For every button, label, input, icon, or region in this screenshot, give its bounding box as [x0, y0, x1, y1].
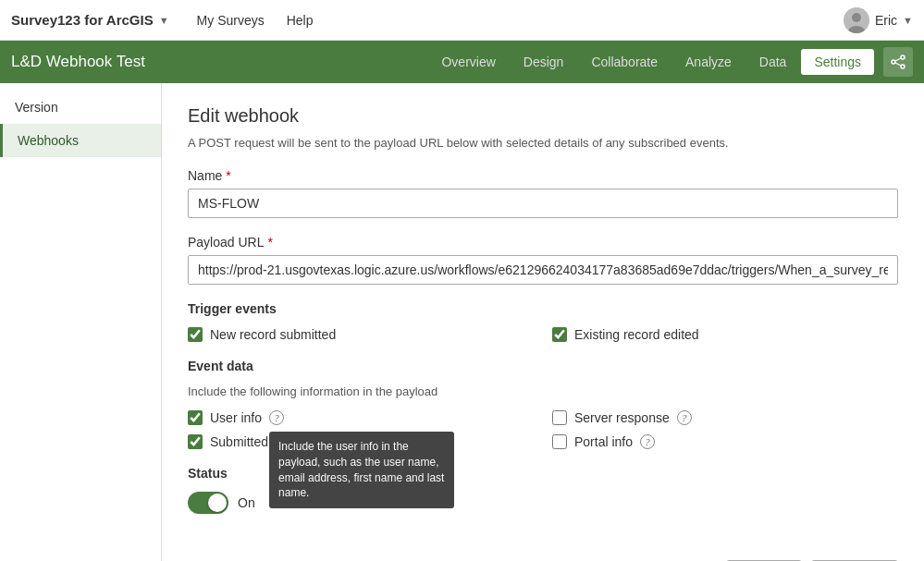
checkbox-server-response[interactable]: Server response ? [552, 409, 898, 425]
tab-settings[interactable]: Settings [801, 49, 874, 75]
user-chevron-icon: ▼ [903, 15, 913, 26]
main-layout: Version Webhooks Edit webhook A POST req… [0, 83, 924, 561]
toggle-knob [208, 494, 227, 512]
checkbox-portal-info[interactable]: Portal info ? [552, 434, 898, 449]
logo-chevron-icon: ▼ [159, 15, 169, 26]
user-info-help-icon[interactable]: ? [269, 410, 284, 425]
name-input[interactable] [188, 189, 898, 218]
status-section: Status On [188, 466, 898, 514]
checkbox-user-info[interactable]: User info ? Include the user info in the… [188, 409, 534, 425]
survey-nav-links: Overview Design Collaborate Analyze Data… [428, 47, 913, 77]
toggle-container: On [188, 492, 898, 514]
event-data-desc: Include the following information in the… [188, 384, 898, 398]
sidebar: Version Webhooks [0, 83, 162, 561]
checkbox-portal-info-input[interactable] [552, 434, 567, 449]
checkbox-new-record-input[interactable] [188, 327, 203, 342]
tab-data[interactable]: Data [746, 49, 800, 75]
nav-link-help[interactable]: Help [277, 9, 323, 31]
portal-info-help-icon[interactable]: ? [640, 434, 655, 449]
tab-collaborate[interactable]: Collaborate [578, 49, 671, 75]
trigger-events-section: Trigger events New record submitted Exis… [188, 301, 898, 342]
payload-url-input[interactable] [188, 255, 898, 285]
svg-line-6 [895, 58, 901, 61]
tab-overview[interactable]: Overview [428, 49, 508, 75]
checkbox-existing-record-edited[interactable]: Existing record edited [552, 327, 898, 342]
event-data-section: Event data Include the following informa… [188, 359, 898, 449]
svg-point-4 [892, 60, 895, 64]
top-nav-links: My Surveys Help [188, 9, 844, 31]
svg-line-7 [895, 63, 901, 66]
share-icon [891, 55, 906, 69]
checkbox-submitted-record[interactable]: Submitted record ? [188, 434, 534, 449]
app-logo[interactable]: Survey123 for ArcGIS ▼ [11, 12, 169, 28]
name-form-group: Name * [188, 168, 898, 218]
checkbox-user-info-input[interactable] [188, 410, 203, 425]
checkbox-new-record-submitted[interactable]: New record submitted [188, 327, 534, 342]
tab-design[interactable]: Design [511, 49, 577, 75]
trigger-events-grid: New record submitted Existing record edi… [188, 327, 898, 342]
page-title: Edit webhook [188, 105, 898, 127]
payload-url-form-group: Payload URL * [188, 235, 898, 285]
user-info-help-container: ? Include the user info in the payload, … [269, 409, 284, 425]
top-nav-bar: Survey123 for ArcGIS ▼ My Surveys Help E… [0, 0, 924, 41]
main-content: Edit webhook A POST request will be sent… [162, 83, 924, 561]
footer-buttons: Save Cancel [188, 542, 898, 561]
status-label: On [238, 495, 255, 510]
name-label: Name * [188, 168, 898, 183]
status-title: Status [188, 466, 898, 481]
page-description: A POST request will be sent to the paylo… [188, 136, 898, 150]
checkbox-submitted-record-input[interactable] [188, 434, 203, 449]
nav-link-my-surveys[interactable]: My Surveys [188, 9, 274, 31]
sidebar-item-version[interactable]: Version [0, 91, 161, 124]
avatar [844, 7, 869, 33]
logo-text: Survey123 for ArcGIS [11, 12, 154, 28]
svg-point-3 [901, 55, 905, 59]
status-toggle[interactable] [188, 492, 228, 514]
payload-url-required-star: * [268, 235, 273, 250]
trigger-events-title: Trigger events [188, 301, 898, 316]
survey-nav-bar: L&D Webhook Test Overview Design Collabo… [0, 41, 924, 83]
user-name: Eric [875, 13, 897, 28]
user-menu[interactable]: Eric ▼ [844, 7, 913, 33]
survey-title: L&D Webhook Test [11, 53, 428, 71]
name-required-star: * [226, 168, 230, 183]
checkbox-server-response-input[interactable] [552, 410, 567, 425]
submitted-record-help-icon[interactable]: ? [316, 434, 331, 449]
payload-url-label: Payload URL * [188, 235, 898, 250]
checkbox-existing-record-input[interactable] [552, 327, 567, 342]
share-button[interactable] [883, 47, 913, 77]
event-data-grid: User info ? Include the user info in the… [188, 409, 898, 449]
svg-point-1 [852, 13, 861, 22]
server-response-help-icon[interactable]: ? [677, 410, 692, 425]
svg-point-5 [901, 65, 905, 68]
sidebar-item-webhooks[interactable]: Webhooks [0, 124, 161, 157]
tab-analyze[interactable]: Analyze [672, 49, 745, 75]
event-data-title: Event data [188, 359, 898, 373]
